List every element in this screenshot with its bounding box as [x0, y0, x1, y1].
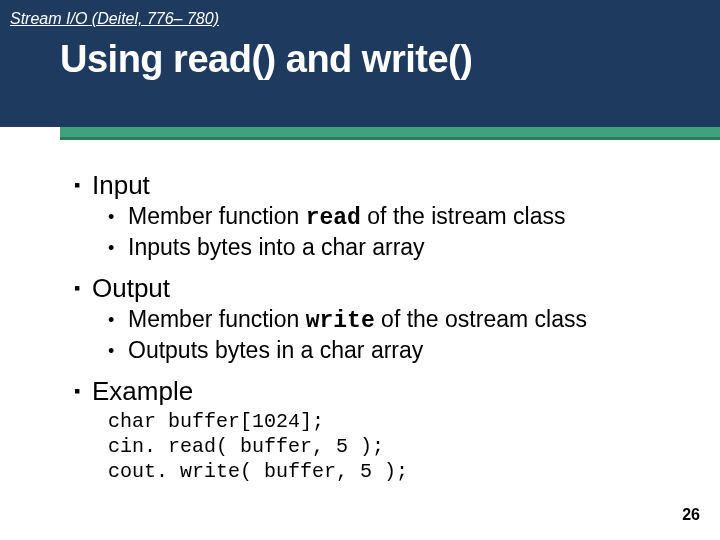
heading-text: Output: [92, 273, 690, 304]
list-item: • Inputs bytes into a char array: [108, 234, 690, 264]
square-bullet-icon: ▪: [74, 273, 92, 303]
heading-text: Example: [92, 376, 690, 407]
list-item: • Outputs bytes in a char array: [108, 337, 690, 367]
list-item: • Member function write of the ostream c…: [108, 306, 690, 336]
list-item-text: Member function write of the ostream cla…: [128, 306, 690, 336]
square-bullet-icon: ▪: [74, 376, 92, 406]
section-heading-output: ▪ Output: [74, 273, 690, 304]
header-bar: Stream I/O (Deitel, 776– 780) Using read…: [0, 0, 720, 127]
heading-text: Input: [92, 170, 690, 201]
list-item: • Member function read of the istream cl…: [108, 203, 690, 233]
list-item-text: Inputs bytes into a char array: [128, 234, 690, 264]
code-block: char buffer[1024]; cin. read( buffer, 5 …: [108, 409, 690, 484]
text-pre: Inputs bytes into a char array: [128, 234, 425, 260]
text-post: of the istream class: [361, 203, 566, 229]
text-post: of the ostream class: [375, 306, 587, 332]
slide-title: Using read() and write(): [60, 38, 472, 81]
square-bullet-icon: ▪: [74, 170, 92, 200]
accent-rule: [60, 127, 720, 137]
content-area: ▪ Input • Member function read of the is…: [0, 160, 720, 484]
slide: Stream I/O (Deitel, 776– 780) Using read…: [0, 0, 720, 540]
text-pre: Member function: [128, 306, 306, 332]
code-line: cout. write( buffer, 5 );: [108, 459, 690, 484]
dot-bullet-icon: •: [108, 234, 128, 262]
list-item-text: Outputs bytes in a char array: [128, 337, 690, 367]
code-inline: read: [306, 205, 361, 231]
dot-bullet-icon: •: [108, 306, 128, 334]
section-heading-example: ▪ Example: [74, 376, 690, 407]
text-pre: Member function: [128, 203, 306, 229]
text-pre: Outputs bytes in a char array: [128, 337, 423, 363]
section-heading-input: ▪ Input: [74, 170, 690, 201]
accent-rule-shadow: [60, 137, 720, 140]
dot-bullet-icon: •: [108, 203, 128, 231]
page-number: 26: [682, 506, 700, 524]
list-item-text: Member function read of the istream clas…: [128, 203, 690, 233]
dot-bullet-icon: •: [108, 337, 128, 365]
breadcrumb: Stream I/O (Deitel, 776– 780): [10, 10, 219, 28]
code-line: cin. read( buffer, 5 );: [108, 434, 690, 459]
code-line: char buffer[1024];: [108, 409, 690, 434]
code-inline: write: [306, 308, 375, 334]
